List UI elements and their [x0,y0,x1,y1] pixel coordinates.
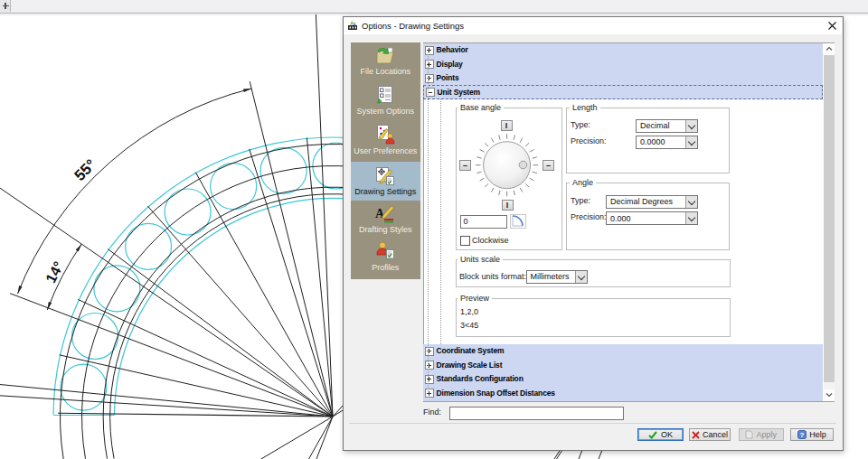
svg-text:14°: 14° [42,259,66,286]
svg-text:?: ? [800,431,805,439]
svg-text:55°: 55° [71,155,100,184]
